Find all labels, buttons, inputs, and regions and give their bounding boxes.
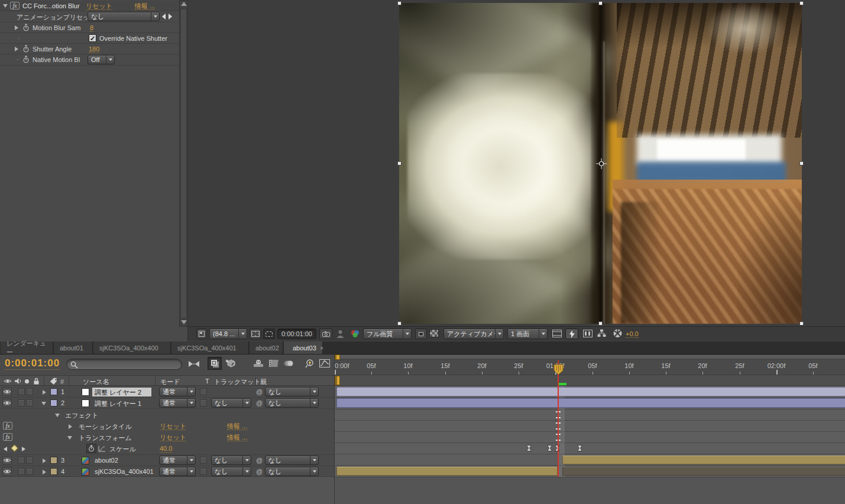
selection-handle-top-right[interactable] — [799, 1, 804, 5]
show-snapshot-icon[interactable] — [336, 330, 344, 338]
scale-property-row[interactable]: スケール 40.0 — [0, 443, 334, 454]
shy-layers-icon[interactable] — [251, 357, 266, 370]
layer-row-3[interactable]: 3 about02 通常 なし @ なし — [0, 454, 334, 466]
effect-motion-tile-row[interactable]: fx モーションタイル リセット 情報 ... — [0, 421, 334, 432]
snapshot-camera-icon[interactable] — [319, 329, 332, 339]
timeline-panel-icon[interactable] — [583, 330, 593, 337]
t-column[interactable]: T — [205, 378, 209, 385]
expand-triangle-icon[interactable] — [15, 25, 18, 30]
selection-handle-mid-right[interactable] — [799, 161, 804, 165]
panel-menu-icon[interactable] — [196, 329, 207, 339]
override-shutter-checkbox[interactable]: ✓ — [89, 34, 96, 42]
blend-mode-dropdown[interactable]: 通常 — [159, 467, 196, 476]
effect-info-link[interactable]: 情報 ... — [227, 422, 247, 430]
time-ruler[interactable]: 0:00f 05f 10f 15f 20f 25f 01:00f 05f 10f… — [335, 360, 845, 375]
fast-preview-icon[interactable] — [565, 329, 578, 339]
stopwatch-icon[interactable] — [22, 24, 30, 31]
solo-cell[interactable] — [26, 468, 33, 475]
effect-reset-link[interactable]: リセット — [86, 2, 112, 10]
visibility-cell[interactable] — [2, 456, 12, 464]
label-color-chip[interactable] — [50, 468, 57, 475]
audio-cell[interactable] — [18, 399, 25, 407]
effect-reset-link[interactable]: リセット — [160, 434, 186, 441]
parent-pickwhip-icon[interactable]: @ — [256, 388, 263, 395]
resolution-dropdown[interactable]: フル画質 — [363, 329, 412, 339]
label-column-icon[interactable] — [50, 378, 59, 385]
collapse-triangle-icon[interactable] — [67, 436, 72, 440]
keyframe-icon[interactable] — [577, 445, 582, 451]
tab-render-queue[interactable]: レンダーキュー — [1, 342, 53, 354]
eye-icon[interactable] — [4, 378, 12, 384]
audio-cell[interactable] — [18, 388, 25, 395]
draft-3d-icon[interactable] — [223, 357, 237, 370]
layer-name[interactable]: sjKC3SOa_400x401 — [95, 468, 154, 475]
work-area-start-handle[interactable] — [335, 355, 340, 360]
expand-triangle-icon[interactable] — [43, 459, 46, 463]
expand-triangle-icon[interactable] — [15, 47, 18, 51]
target-region-icon[interactable] — [415, 329, 427, 339]
exposure-icon[interactable] — [613, 329, 623, 338]
mini-flowchart-icon[interactable] — [187, 357, 201, 370]
magnification-dropdown[interactable]: (84.8 ... — [209, 329, 247, 339]
audio-cell[interactable] — [18, 468, 25, 475]
selection-handle-top-left[interactable] — [397, 1, 402, 5]
label-color-chip[interactable] — [50, 457, 57, 464]
track-matte-column[interactable]: トラックマット — [214, 378, 261, 386]
anchor-point-icon[interactable] — [596, 158, 607, 169]
camera-view-dropdown[interactable]: アクティブカメラ — [443, 329, 504, 339]
layer-row-1[interactable]: 1 調整 レイヤー 2 通常 @ なし — [0, 386, 334, 398]
layer-name-selected[interactable]: 調整 レイヤー 2 — [92, 388, 151, 396]
label-color-chip[interactable] — [50, 399, 57, 407]
mode-column[interactable]: モード — [160, 378, 180, 386]
stopwatch-icon[interactable] — [22, 45, 30, 53]
layer1-duration-bar[interactable] — [336, 387, 845, 396]
effect-reset-link[interactable]: リセット — [160, 422, 186, 430]
work-area-strip[interactable] — [335, 355, 845, 360]
track-matte-dropdown[interactable]: なし — [211, 467, 251, 476]
region-of-interest-icon[interactable] — [263, 329, 275, 339]
fx-badge-icon[interactable]: fx — [3, 422, 12, 430]
parent-column[interactable]: 親 — [260, 378, 267, 386]
preserve-transparency-cell[interactable] — [200, 388, 207, 395]
selection-handle-top-center[interactable] — [598, 1, 603, 5]
solo-cell[interactable] — [26, 388, 33, 395]
layer-row-2[interactable]: 2 調整 レイヤー 1 通常 なし @ なし — [0, 398, 334, 409]
native-motion-dropdown[interactable]: Off — [88, 55, 115, 64]
tab-sjkc3soa-400x400[interactable]: sjKC3SOa_400x400 — [93, 342, 171, 354]
preserve-transparency-cell[interactable] — [200, 457, 207, 464]
layer2-duration-bar[interactable] — [336, 398, 845, 408]
tab-close-icon[interactable]: × — [320, 344, 323, 352]
effect-info-link[interactable]: 情報 ... — [227, 434, 247, 441]
motion-blur-samples-value[interactable]: 8 — [90, 24, 93, 32]
expand-triangle-icon[interactable] — [43, 390, 46, 395]
tab-about02[interactable]: about02 — [250, 342, 283, 354]
exposure-value[interactable]: +0.0 — [626, 330, 639, 338]
visibility-cell[interactable] — [2, 388, 12, 396]
solo-icon[interactable] — [25, 379, 29, 383]
expand-triangle-icon[interactable] — [43, 470, 46, 474]
lock-icon[interactable] — [33, 378, 40, 385]
parent-dropdown[interactable]: なし — [265, 456, 319, 465]
visibility-cell[interactable] — [2, 467, 12, 476]
layer-name[interactable]: about02 — [95, 457, 118, 464]
audio-icon[interactable] — [14, 378, 21, 385]
collapse-triangle-icon[interactable] — [55, 414, 60, 417]
view-layout-dropdown[interactable]: 1 画面 — [507, 329, 548, 339]
selection-handle-bottom-right[interactable] — [799, 321, 804, 326]
channel-rgb-icon[interactable] — [350, 330, 360, 338]
blend-mode-dropdown[interactable]: 通常 — [159, 456, 196, 465]
scroll-up-icon[interactable] — [181, 2, 187, 6]
track-matte-dropdown[interactable]: なし — [211, 398, 251, 408]
preserve-transparency-cell[interactable] — [200, 468, 207, 475]
layer-row-4[interactable]: 4 sjKC3SOa_400x401 通常 なし @ なし — [0, 466, 334, 477]
playhead-line[interactable] — [558, 360, 559, 477]
solo-cell[interactable] — [26, 457, 33, 464]
label-color-chip[interactable] — [50, 388, 57, 395]
transparency-grid-icon[interactable] — [429, 329, 439, 337]
brainstorm-icon[interactable] — [303, 357, 317, 370]
flowchart-icon[interactable] — [597, 329, 606, 337]
expand-triangle-icon[interactable] — [69, 424, 72, 429]
live-update-icon[interactable] — [208, 357, 222, 370]
layer-name[interactable]: 調整 レイヤー 1 — [95, 399, 141, 408]
layer4-trimmed-bar[interactable] — [562, 467, 845, 476]
